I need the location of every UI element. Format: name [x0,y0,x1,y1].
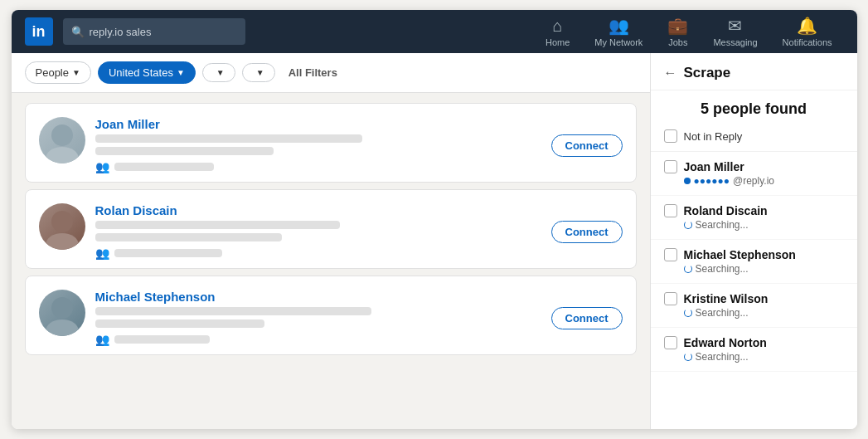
scrape-title: Scrape [684,65,731,81]
person-name: Joan Miller [684,160,844,173]
person-checkbox[interactable] [664,292,677,305]
person-email-prefix: ●●●●●● [694,175,730,187]
nav-home[interactable]: ⌂ Home [534,13,581,51]
people-found-label: people found [713,100,807,117]
nav-messaging[interactable]: ✉ Messaging [701,12,769,51]
result-name[interactable]: Michael Stephenson [95,290,541,304]
person-checkbox[interactable] [664,336,677,349]
not-in-reply-row: Not in Reply [651,124,857,152]
svg-point-5 [46,319,79,336]
nav-notifications-label: Notifications [783,37,832,47]
person-checkbox[interactable] [664,248,677,261]
connect-button[interactable]: Connect [551,221,623,243]
filter-dropdown-2[interactable]: ▼ [242,63,275,82]
search-input[interactable] [90,26,230,38]
list-item: Kristine Wilson Searching... [651,284,857,328]
person-sub: Searching... [684,351,844,363]
results-list: Joan Miller 👥 Connect [12,93,650,429]
filter-dropdown-1-chevron-icon: ▼ [216,68,225,77]
person-name: Michael Stephenson [684,248,844,261]
person-searching-label: Searching... [696,307,749,319]
result-name[interactable]: Rolan Discain [95,203,541,217]
status-dot-icon [684,178,691,184]
person-sub: Searching... [684,219,844,231]
jobs-icon: 💼 [667,16,688,36]
location-chevron-icon: ▼ [177,68,185,77]
person-name: Roland Discain [684,204,844,217]
svg-point-4 [51,297,73,319]
nav-network-label: My Network [594,37,643,47]
card-meta: 👥 [95,160,541,173]
scrape-panel: ← Scrape 5 people found Not in Reply Joa… [650,53,857,429]
people-filter-label: People [36,66,69,79]
filter-dropdown-2-chevron-icon: ▼ [256,68,264,77]
linkedin-logo: in [25,17,53,46]
searching-spinner-icon [684,265,692,273]
connection-icon: 👥 [95,160,109,173]
filter-dropdown-1[interactable]: ▼ [202,63,235,82]
search-bar-container: 🔍 [63,18,245,45]
table-row: Joan Miller 👥 Connect [25,103,637,183]
all-filters-button[interactable]: All Filters [282,62,344,83]
person-info: Roland Discain Searching... [684,204,844,231]
avatar-image [39,290,85,336]
list-item: Edward Norton Searching... [651,328,857,372]
skeleton-meta-line [114,249,222,257]
person-email-domain: @reply.io [733,175,774,187]
person-name: Kristine Wilson [684,292,844,305]
connection-icon: 👥 [95,246,109,260]
nav-my-network[interactable]: 👥 My Network [583,12,654,51]
table-row: Michael Stephenson 👥 Connect [25,276,637,355]
card-info: Rolan Discain 👥 [95,203,541,260]
person-info: Michael Stephenson Searching... [684,248,844,275]
people-filter-button[interactable]: People ▼ [25,61,91,84]
skeleton-line-1 [95,221,341,229]
svg-point-2 [51,211,73,232]
card-info: Michael Stephenson 👥 [95,290,541,346]
main-area: People ▼ United States ▼ ▼ ▼ All Filters [12,53,857,429]
connection-icon: 👥 [95,333,109,346]
svg-point-3 [46,233,79,250]
scrape-header: ← Scrape [651,53,857,90]
network-icon: 👥 [609,16,629,36]
skeleton-line-1 [95,307,372,315]
card-meta: 👥 [95,246,541,260]
person-sub: ●●●●●● @reply.io [684,175,844,187]
notifications-icon: 🔔 [797,16,817,36]
not-in-reply-label: Not in Reply [684,130,743,143]
list-item: Joan Miller ●●●●●● @reply.io [651,152,857,196]
person-sub: Searching... [684,263,844,275]
skeleton-line-2 [95,147,274,155]
skeleton-line-1 [95,134,363,143]
avatar-image [39,203,85,250]
people-found: 5 people found [651,90,857,124]
avatar [39,203,85,250]
connect-button[interactable]: Connect [551,134,623,157]
searching-spinner-icon [684,353,692,361]
person-checkbox[interactable] [664,160,677,173]
skeleton-meta-line [114,163,214,171]
svg-point-0 [51,124,73,146]
connect-button[interactable]: Connect [551,307,623,329]
nav-notifications[interactable]: 🔔 Notifications [771,12,844,51]
nav-messaging-label: Messaging [713,37,757,47]
home-icon: ⌂ [553,17,563,36]
linkedin-header: in 🔍 ⌂ Home 👥 My Network 💼 Jobs ✉ Messag… [12,10,857,53]
not-in-reply-checkbox[interactable] [664,129,677,143]
searching-spinner-icon [684,309,692,317]
person-checkbox[interactable] [664,204,677,217]
result-name[interactable]: Joan Miller [95,117,541,131]
person-name: Edward Norton [684,336,844,349]
nav-jobs[interactable]: 💼 Jobs [656,12,700,51]
location-filter-button[interactable]: United States ▼ [98,61,196,84]
svg-point-1 [46,147,79,163]
main-nav: ⌂ Home 👥 My Network 💼 Jobs ✉ Messaging 🔔… [534,12,844,51]
skeleton-line-2 [95,233,283,241]
skeleton-meta-line [114,335,210,344]
avatar [39,290,85,336]
nav-home-label: Home [546,37,570,47]
back-button[interactable]: ← [664,66,677,80]
person-searching-label: Searching... [696,263,749,275]
messaging-icon: ✉ [728,16,742,36]
list-item: Roland Discain Searching... [651,196,857,240]
